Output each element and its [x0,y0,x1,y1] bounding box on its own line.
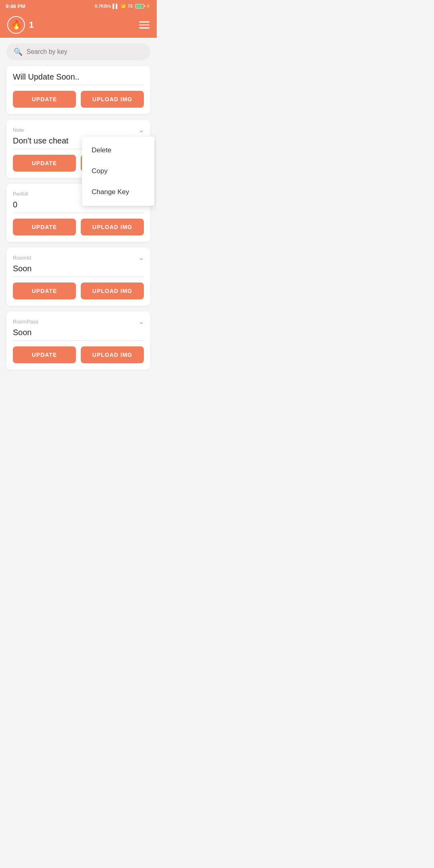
wifi-icon: 📶 [121,4,126,9]
status-time: 9:46 PM [6,3,25,9]
search-icon: 🔍 [14,47,23,56]
bolt-icon: ⚡ [145,4,151,9]
roompass-chevron-icon[interactable]: ⌄ [139,318,144,326]
card-roompass-label-row: RoomPass ⌄ [13,318,144,326]
flame-icon: 🔥 [11,20,22,30]
dropdown-menu: Delete Copy Change Key [82,137,154,206]
card-note: Note ⌄ Don't use cheat UPDATE UPLOAD IMG… [6,120,150,178]
card-perkill-label: PerKill [13,191,28,197]
main-content: 🔍 Will Update Soon.. UPDATE UPLOAD IMG N… [0,38,157,375]
dropdown-copy[interactable]: Copy [82,161,154,182]
card-will-update: Will Update Soon.. UPDATE UPLOAD IMG [6,66,150,114]
battery-text: 73 [128,4,133,8]
search-bar[interactable]: 🔍 [6,43,150,60]
header-badge: 1 [29,20,34,30]
roomid-update-button[interactable]: UPDATE [13,283,76,299]
will-update-update-button[interactable]: UPDATE [13,91,76,108]
menu-button[interactable] [139,21,149,29]
card-roomid: RoomId ⌄ Soon UPDATE UPLOAD IMG [6,248,150,306]
card-perkill-buttons: UPDATE UPLOAD IMG [13,219,144,235]
header-left: 🔥 1 [7,16,34,34]
note-update-button[interactable]: UPDATE [13,155,76,172]
perkill-update-button[interactable]: UPDATE [13,219,76,235]
status-bar: 9:46 PM 0.7KB/s ▌▌ 📶 73 ⚡ [0,0,157,12]
card-roompass-value: Soon [13,328,144,341]
roomid-chevron-icon[interactable]: ⌄ [139,254,144,262]
dropdown-delete[interactable]: Delete [82,140,154,161]
card-roompass: RoomPass ⌄ Soon UPDATE UPLOAD IMG [6,311,150,370]
chevron-down-icon[interactable]: ⌄ [139,126,144,134]
hamburger-line-3 [139,27,149,29]
perkill-upload-button[interactable]: UPLOAD IMG [81,219,144,235]
card-note-label: Note [13,127,24,133]
card-roomid-label-row: RoomId ⌄ [13,254,144,262]
will-update-upload-button[interactable]: UPLOAD IMG [81,91,144,108]
battery-icon [135,4,144,8]
network-speed: 0.7KB/s [95,4,111,8]
card-roompass-buttons: UPDATE UPLOAD IMG [13,346,144,363]
app-header: 🔥 1 [0,12,157,38]
roompass-upload-button[interactable]: UPLOAD IMG [81,346,144,363]
card-note-label-row: Note ⌄ [13,126,144,134]
hamburger-line-1 [139,21,149,23]
card-roomid-buttons: UPDATE UPLOAD IMG [13,283,144,299]
app-logo: 🔥 [7,16,25,34]
status-right: 0.7KB/s ▌▌ 📶 73 ⚡ [95,4,151,9]
card-roomid-label: RoomId [13,255,31,261]
card-roomid-value: Soon [13,264,144,277]
search-input[interactable] [27,48,143,55]
dropdown-change-key[interactable]: Change Key [82,182,154,203]
roomid-upload-button[interactable]: UPLOAD IMG [81,283,144,299]
signal-icons: ▌▌ [113,4,119,8]
card-will-update-buttons: UPDATE UPLOAD IMG [13,91,144,108]
hamburger-line-2 [139,25,149,26]
battery-fill [136,5,142,8]
roompass-update-button[interactable]: UPDATE [13,346,76,363]
card-roompass-label: RoomPass [13,319,39,325]
card-will-update-value: Will Update Soon.. [13,72,144,85]
